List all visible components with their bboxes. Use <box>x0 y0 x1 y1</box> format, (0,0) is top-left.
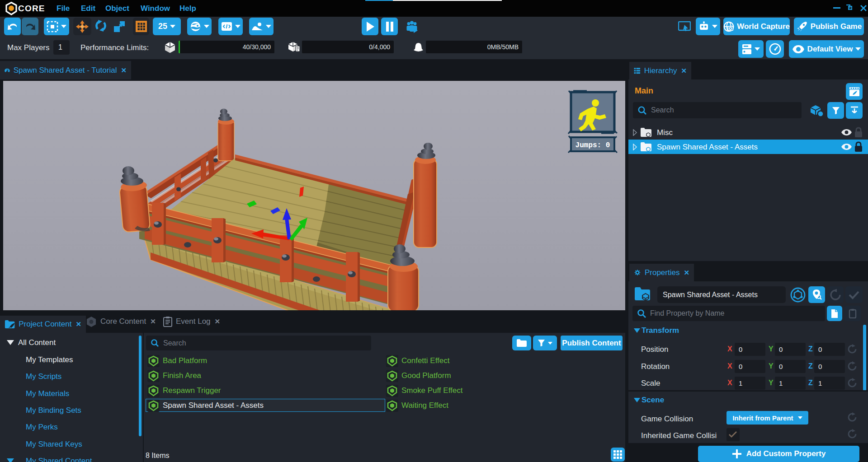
svg-text:Jumps: 0: Jumps: 0 <box>576 141 610 149</box>
svg-text:CORE: CORE <box>18 4 45 13</box>
